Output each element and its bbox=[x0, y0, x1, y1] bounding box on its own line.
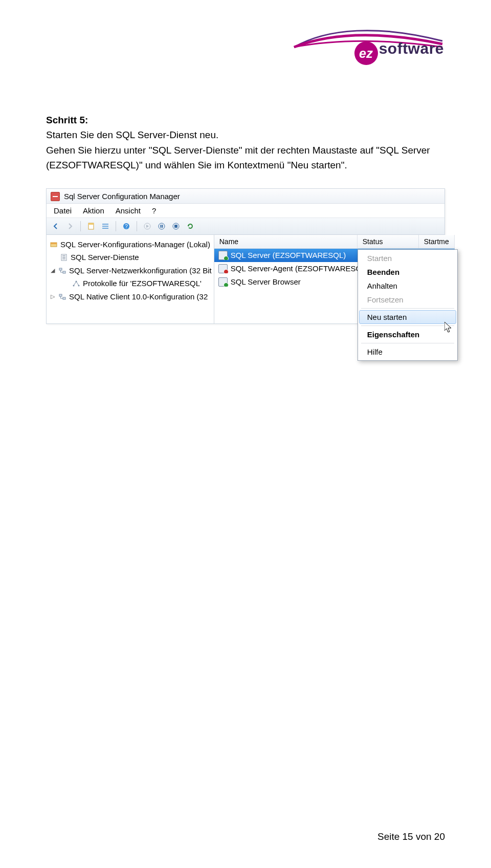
doc-icon[interactable] bbox=[85, 220, 97, 232]
step-line-1: Starten Sie den SQL Server-Dienst neu. bbox=[46, 127, 445, 142]
window-titlebar: Sql Server Configuration Manager bbox=[47, 189, 444, 204]
svg-rect-11 bbox=[162, 225, 163, 228]
ctx-starten[interactable]: Starten bbox=[359, 251, 456, 265]
svg-rect-20 bbox=[62, 258, 65, 259]
svg-point-23 bbox=[73, 285, 75, 287]
column-status[interactable]: Status bbox=[358, 235, 419, 248]
screenshot-window: Sql Server Configuration Manager Datei A… bbox=[46, 188, 445, 324]
ctx-anhalten[interactable]: Anhalten bbox=[359, 279, 456, 293]
step-line-2: Gehen Sie hierzu unter "SQL Server-Diens… bbox=[46, 143, 445, 173]
page-footer: Seite 15 von 20 bbox=[377, 831, 445, 842]
app-icon bbox=[51, 192, 60, 201]
step-heading: Schritt 5: bbox=[46, 113, 445, 127]
list-pane: Name Status Startme SQL Server (EZSOFTWA… bbox=[214, 235, 455, 324]
protocols-icon bbox=[72, 279, 80, 288]
tree-native-client[interactable]: ▷ SQL Native Client 10.0-Konfiguration (… bbox=[50, 290, 212, 303]
ctx-separator bbox=[361, 308, 454, 309]
context-menu: Starten Beenden Anhalten Fortsetzen Neu … bbox=[358, 249, 458, 361]
svg-rect-4 bbox=[102, 228, 108, 229]
ctx-hilfe[interactable]: Hilfe bbox=[359, 345, 456, 359]
list-header: Name Status Startme bbox=[214, 235, 455, 249]
svg-text:?: ? bbox=[125, 224, 128, 229]
menu-aktion[interactable]: Aktion bbox=[78, 205, 109, 216]
server-icon bbox=[50, 241, 58, 249]
expand-icon[interactable]: ▷ bbox=[50, 294, 56, 300]
svg-rect-26 bbox=[59, 294, 62, 296]
ctx-separator bbox=[361, 326, 454, 326]
ctx-fortsetzen[interactable]: Fortsetzen bbox=[359, 293, 456, 307]
tree-services[interactable]: SQL Server-Dienste bbox=[50, 251, 212, 264]
svg-rect-16 bbox=[51, 243, 57, 244]
window-title: Sql Server Configuration Manager bbox=[64, 192, 180, 201]
logo-wordmark: software bbox=[379, 40, 444, 57]
svg-marker-8 bbox=[146, 225, 149, 228]
list-icon[interactable] bbox=[99, 220, 111, 232]
stop-icon[interactable] bbox=[170, 220, 182, 232]
brand-logo: ezsoftware bbox=[292, 15, 445, 69]
svg-rect-19 bbox=[62, 257, 65, 258]
ctx-separator bbox=[361, 343, 454, 343]
menu-ansicht[interactable]: Ansicht bbox=[110, 205, 146, 216]
expand-collapse-icon[interactable]: ◢ bbox=[50, 268, 56, 274]
logo-ez-badge: ez bbox=[354, 41, 378, 65]
cursor-icon bbox=[444, 322, 454, 334]
ctx-eigenschaften[interactable]: Eigenschaften bbox=[359, 328, 456, 341]
svg-rect-2 bbox=[102, 224, 108, 225]
tree-root[interactable]: SQL Server-Konfigurations-Manager (Lokal… bbox=[50, 238, 212, 251]
svg-point-24 bbox=[78, 285, 80, 287]
toolbar: ? bbox=[47, 218, 444, 235]
menu-datei[interactable]: Datei bbox=[49, 205, 77, 216]
instruction-block: Schritt 5: Starten Sie den SQL Server-Di… bbox=[46, 113, 445, 173]
service-icon bbox=[218, 277, 228, 287]
tree-pane: SQL Server-Konfigurations-Manager (Lokal… bbox=[47, 235, 214, 324]
pause-icon[interactable] bbox=[155, 220, 168, 232]
svg-rect-3 bbox=[102, 226, 108, 227]
column-name[interactable]: Name bbox=[214, 235, 358, 248]
ctx-neu-starten[interactable]: Neu starten bbox=[359, 310, 456, 324]
ctx-beenden[interactable]: Beenden bbox=[359, 265, 456, 279]
menubar: Datei Aktion Ansicht ? bbox=[47, 204, 444, 218]
menu-help[interactable]: ? bbox=[147, 205, 161, 216]
restart-icon[interactable] bbox=[184, 220, 196, 232]
svg-rect-18 bbox=[62, 255, 65, 256]
tree-netconfig[interactable]: ◢ SQL Server-Netzwerkkonfiguration (32 B… bbox=[50, 264, 212, 277]
svg-rect-27 bbox=[63, 297, 65, 299]
forward-icon[interactable] bbox=[64, 220, 76, 232]
netconfig-icon bbox=[58, 267, 66, 275]
service-icon bbox=[218, 264, 228, 273]
column-startmode[interactable]: Startme bbox=[419, 235, 455, 248]
help-icon[interactable]: ? bbox=[120, 220, 132, 232]
service-icon bbox=[218, 251, 228, 260]
back-icon[interactable] bbox=[50, 220, 62, 232]
svg-rect-21 bbox=[59, 268, 62, 270]
svg-rect-22 bbox=[63, 271, 65, 273]
svg-point-9 bbox=[159, 223, 165, 229]
svg-point-25 bbox=[76, 281, 77, 283]
play-icon[interactable] bbox=[141, 220, 153, 232]
svg-rect-1 bbox=[88, 223, 94, 225]
svg-rect-13 bbox=[174, 225, 177, 228]
native-client-icon bbox=[58, 293, 66, 301]
tree-protocols[interactable]: Protokolle für 'EZSOFTWARESQL' bbox=[50, 277, 212, 290]
svg-rect-10 bbox=[161, 225, 162, 228]
services-icon bbox=[60, 253, 68, 262]
svg-marker-28 bbox=[444, 322, 451, 332]
